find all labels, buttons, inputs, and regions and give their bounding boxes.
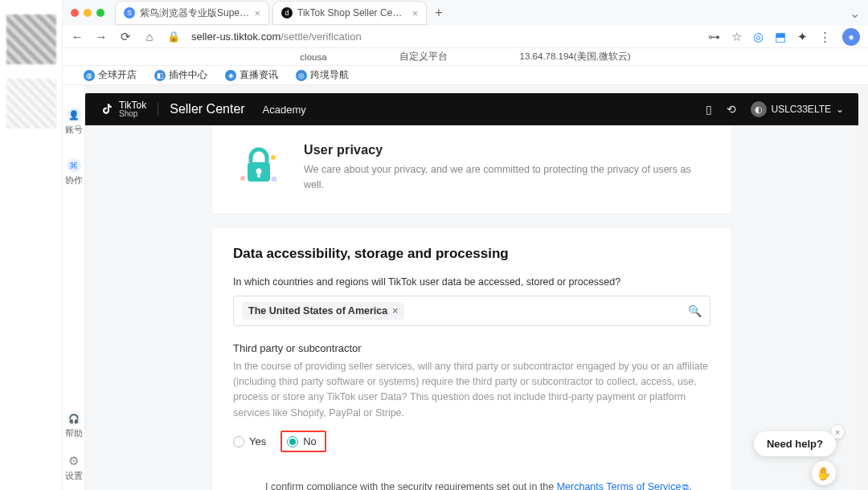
tab-title: 紫鸟浏览器专业版Superbrowe… (140, 6, 249, 20)
hand-icon: ✋ (816, 466, 832, 481)
chevron-down-icon: ⌄ (836, 104, 844, 115)
reload-icon[interactable]: ⟳ (119, 30, 132, 44)
radio-selected-icon (287, 436, 298, 447)
svg-rect-2 (257, 172, 260, 178)
window-controls[interactable] (71, 9, 104, 17)
external-link-icon: ⧉ (682, 482, 689, 490)
extension-icon[interactable]: ◎ (753, 30, 764, 44)
merchants-tos-link[interactable]: Merchants Terms of Service (557, 481, 682, 490)
avatar-icon: ◐ (751, 101, 767, 117)
proxy-ip: 13.64.78.194(美国,微软云) (520, 51, 631, 63)
browser-tab-bar: S 紫鸟浏览器专业版Superbrowe… × d TikTok Shop Se… (63, 0, 868, 26)
radio-label: No (303, 435, 317, 447)
radio-yes[interactable]: Yes (233, 435, 266, 447)
tabs-overflow-icon[interactable]: ⌄ (850, 6, 860, 21)
nav-item[interactable]: ◧插件中心 (154, 68, 207, 82)
extension-icon[interactable]: ⬒ (775, 30, 786, 44)
thumbnail (6, 79, 56, 129)
plugin-icon: ◧ (154, 70, 166, 81)
gear-icon: ⚙ (68, 454, 79, 468)
rail-label: 协作 (65, 174, 83, 186)
bookmark-icon[interactable]: ☆ (731, 30, 742, 44)
search-icon[interactable]: 🔍 (688, 304, 702, 317)
home-icon[interactable]: ⌂ (143, 30, 156, 43)
app-title[interactable]: Seller Center (170, 102, 244, 116)
nav-item[interactable]: ◈直播资讯 (225, 68, 278, 82)
country-chip[interactable]: The United States of America× (242, 302, 404, 320)
tiktok-note-icon (100, 102, 114, 116)
mobile-icon[interactable]: ▯ (706, 103, 712, 116)
svg-rect-5 (272, 177, 276, 182)
chat-fab[interactable]: ✋ (812, 461, 836, 485)
radio-label: Yes (249, 435, 266, 447)
max-dot-icon[interactable] (96, 9, 104, 17)
back-icon[interactable]: ← (71, 30, 84, 43)
privacy-subtitle: We care about your privacy, and we are c… (304, 162, 710, 193)
rail-item-collab[interactable]: ⌘协作 (65, 158, 83, 186)
confirm-row-1: I confirm compliance with the security r… (265, 480, 710, 490)
nav-item[interactable]: ◍全球开店 (84, 68, 137, 82)
countries-input[interactable]: The United States of America× 🔍 (233, 296, 710, 326)
compass-icon: ◎ (296, 70, 307, 81)
headset-icon[interactable]: ⟲ (727, 103, 736, 116)
proxy-name: clousa (300, 52, 326, 62)
nav-menu-bar: ◍全球开店 ◧插件中心 ◈直播资讯 ◎跨境导航 (63, 66, 868, 85)
globe-icon: ◍ (84, 70, 95, 81)
proxy-info-bar: clousa 自定义平台 13.64.78.194(美国,微软云) (63, 48, 868, 66)
rail-item-account[interactable]: 👤账号 (65, 108, 83, 136)
forward-icon[interactable]: → (95, 30, 108, 43)
thumbnail (6, 14, 56, 64)
headset-icon: 🎧 (67, 411, 81, 426)
question-countries: In which countries and regions will TikT… (233, 276, 710, 288)
url-text[interactable]: seller-us.tiktok.com/settle/verification (191, 31, 362, 43)
chip-remove-icon[interactable]: × (392, 305, 398, 316)
chip-label: The United States of America (248, 305, 387, 316)
third-party-radios: Yes No (233, 431, 710, 452)
extensions-menu-icon[interactable]: ✦ (797, 30, 808, 44)
close-dot-icon[interactable] (71, 9, 79, 17)
third-party-desc: In the course of providing seller servic… (233, 359, 710, 422)
app-header: TikTokShop Seller Center Academy ▯ ⟲ ◐US… (85, 93, 858, 125)
address-bar: ← → ⟳ ⌂ 🔒 seller-us.tiktok.com/settle/ve… (63, 26, 868, 48)
lock-illustration-icon (233, 143, 285, 191)
profile-avatar-icon[interactable]: ● (842, 28, 860, 46)
tiktok-shop-logo[interactable]: TikTokShop (100, 100, 146, 118)
lock-icon[interactable]: 🔒 (167, 31, 180, 43)
side-thumbnail-strip (0, 0, 63, 490)
form-section-title: Data accessibility, storage and processi… (233, 246, 710, 262)
svg-point-4 (271, 155, 276, 160)
key-icon[interactable]: ⊶ (708, 30, 720, 44)
left-rail: 👤账号 ⌘协作 🎧帮助 ⚙设置 (63, 85, 85, 490)
browser-tab-active[interactable]: d TikTok Shop Seller Center | U… × (273, 2, 426, 24)
need-help-bubble[interactable]: Need help? (754, 431, 836, 456)
user-chip[interactable]: ◐USLC33ELTE ⌄ (751, 101, 844, 117)
rail-label: 设置 (65, 470, 83, 482)
academy-link[interactable]: Academy (263, 104, 306, 116)
divider (158, 103, 158, 116)
team-icon: ⌘ (67, 158, 81, 173)
person-icon: 👤 (67, 108, 81, 122)
nav-item[interactable]: ◎跨境导航 (296, 68, 349, 82)
favicon-icon: S (124, 7, 135, 18)
rail-item-settings[interactable]: ⚙设置 (65, 454, 83, 482)
favicon-icon: d (281, 7, 293, 18)
min-dot-icon[interactable] (84, 9, 92, 17)
radio-icon (233, 436, 244, 447)
data-form-card: Data accessibility, storage and processi… (212, 228, 731, 491)
proxy-platform: 自定义平台 (399, 51, 448, 63)
privacy-title: User privacy (304, 143, 710, 157)
browser-menu-icon[interactable]: ⋮ (819, 30, 831, 44)
svg-point-3 (240, 176, 245, 181)
new-tab-button[interactable]: + (431, 5, 447, 21)
browser-tab[interactable]: S 紫鸟浏览器专业版Superbrowe… × (116, 2, 268, 24)
rail-item-help[interactable]: 🎧帮助 (65, 411, 83, 439)
user-id: USLC33ELTE (772, 104, 831, 115)
logo-text-bottom: Shop (119, 110, 146, 118)
rail-label: 帮助 (65, 427, 83, 439)
third-party-label: Third party or subcontractor (233, 342, 710, 354)
close-tab-icon[interactable]: × (411, 7, 418, 19)
content-area: User privacy We care about your privacy,… (85, 125, 858, 490)
radio-no[interactable]: No (280, 431, 326, 452)
close-tab-icon[interactable]: × (254, 7, 260, 19)
rail-label: 账号 (65, 124, 83, 136)
